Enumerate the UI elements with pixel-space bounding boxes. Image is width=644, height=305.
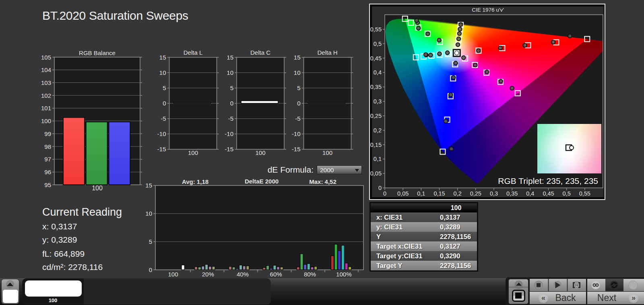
svg-text:101: 101 xyxy=(41,105,51,111)
svg-text:0,5: 0,5 xyxy=(563,190,571,197)
svg-text:0,45: 0,45 xyxy=(543,190,554,197)
svg-text:DeltaE 2000: DeltaE 2000 xyxy=(245,178,279,185)
svg-text:10: 10 xyxy=(145,210,152,217)
svg-text:0,5: 0,5 xyxy=(374,41,382,47)
svg-text:99: 99 xyxy=(44,130,51,137)
svg-text:0: 0 xyxy=(149,266,152,273)
svg-text:20%: 20% xyxy=(202,271,214,278)
svg-text:0: 0 xyxy=(378,185,382,191)
svg-text:Delta L: Delta L xyxy=(184,49,203,56)
svg-text:-5: -5 xyxy=(295,115,300,122)
svg-text:0,3: 0,3 xyxy=(490,190,498,197)
svg-text:104: 104 xyxy=(41,66,51,73)
svg-text:-10: -10 xyxy=(225,130,233,137)
svg-text:0,3: 0,3 xyxy=(374,98,382,105)
svg-text:97: 97 xyxy=(44,156,51,163)
svg-text:100: 100 xyxy=(322,149,332,156)
svg-text:0,55: 0,55 xyxy=(579,190,590,197)
svg-text:10: 10 xyxy=(159,69,166,76)
svg-text:-10: -10 xyxy=(157,130,166,137)
svg-text:0: 0 xyxy=(383,190,386,197)
svg-text:40%: 40% xyxy=(237,271,249,278)
svg-text:80%: 80% xyxy=(304,271,316,278)
svg-text:0,15: 0,15 xyxy=(433,190,445,197)
svg-text:10: 10 xyxy=(294,69,301,76)
svg-text:0,2: 0,2 xyxy=(374,127,382,134)
svg-text:103: 103 xyxy=(41,79,51,86)
svg-text:100: 100 xyxy=(188,149,198,156)
svg-text:Max: 4,52: Max: 4,52 xyxy=(309,178,336,185)
svg-text:15: 15 xyxy=(159,54,166,61)
svg-text:Avg: 1,18: Avg: 1,18 xyxy=(182,178,208,185)
svg-text:0,25: 0,25 xyxy=(370,113,382,119)
svg-text:-15: -15 xyxy=(292,146,301,152)
svg-text:0,35: 0,35 xyxy=(506,190,518,197)
svg-text:0,4: 0,4 xyxy=(374,69,382,76)
svg-text:0: 0 xyxy=(297,100,300,107)
svg-text:102: 102 xyxy=(41,92,51,99)
svg-text:95: 95 xyxy=(44,181,51,188)
svg-text:0,35: 0,35 xyxy=(370,84,382,90)
svg-text:15: 15 xyxy=(294,54,301,61)
svg-text:0,4: 0,4 xyxy=(526,190,534,197)
svg-text:96: 96 xyxy=(44,169,51,175)
svg-text:-5: -5 xyxy=(161,115,166,122)
svg-text:-10: -10 xyxy=(292,130,301,137)
svg-text:0,55: 0,55 xyxy=(370,26,382,33)
svg-text:0: 0 xyxy=(230,100,233,107)
svg-text:15: 15 xyxy=(145,182,152,189)
svg-text:0,45: 0,45 xyxy=(370,55,382,62)
svg-text:15: 15 xyxy=(227,54,233,61)
svg-text:60%: 60% xyxy=(270,271,282,278)
svg-text:Delta C: Delta C xyxy=(250,49,270,56)
svg-text:5: 5 xyxy=(230,84,233,91)
svg-text:100%: 100% xyxy=(336,271,351,278)
svg-text:0: 0 xyxy=(163,100,166,107)
svg-text:-15: -15 xyxy=(157,146,166,152)
svg-text:0,15: 0,15 xyxy=(370,142,382,148)
svg-text:100: 100 xyxy=(41,117,51,124)
svg-text:10: 10 xyxy=(227,69,233,76)
svg-text:105: 105 xyxy=(41,54,51,61)
svg-text:0,05: 0,05 xyxy=(370,170,382,177)
svg-text:98: 98 xyxy=(44,143,51,150)
svg-text:5: 5 xyxy=(163,84,166,91)
svg-text:0,05: 0,05 xyxy=(397,190,409,197)
svg-text:-5: -5 xyxy=(228,115,233,122)
svg-text:0,1: 0,1 xyxy=(374,156,382,162)
svg-text:RGB Balance: RGB Balance xyxy=(79,49,116,56)
svg-text:5: 5 xyxy=(297,84,300,91)
svg-text:-15: -15 xyxy=(225,146,233,152)
svg-text:0,1: 0,1 xyxy=(417,190,425,197)
svg-text:0,2: 0,2 xyxy=(454,190,462,197)
svg-text:100: 100 xyxy=(92,185,103,192)
svg-text:100: 100 xyxy=(255,149,265,156)
svg-text:Delta H: Delta H xyxy=(317,49,337,56)
svg-text:100: 100 xyxy=(168,271,178,278)
svg-text:0,25: 0,25 xyxy=(470,190,481,197)
svg-text:CIE 1976 u'v': CIE 1976 u'v' xyxy=(472,7,504,13)
svg-text:5: 5 xyxy=(149,238,152,245)
